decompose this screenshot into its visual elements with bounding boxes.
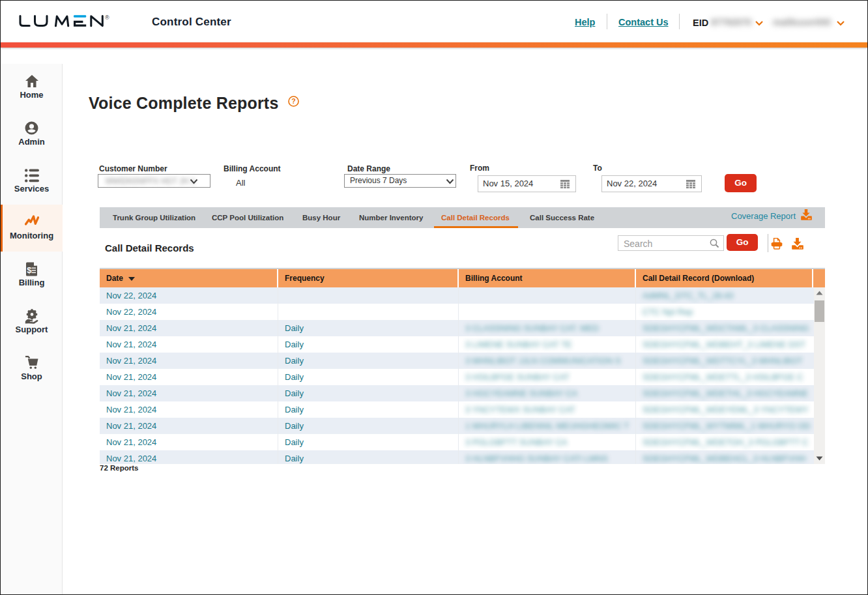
svg-text:?: ? xyxy=(291,97,296,105)
svg-text:®: ® xyxy=(105,15,109,21)
svg-text:$: $ xyxy=(27,265,32,275)
